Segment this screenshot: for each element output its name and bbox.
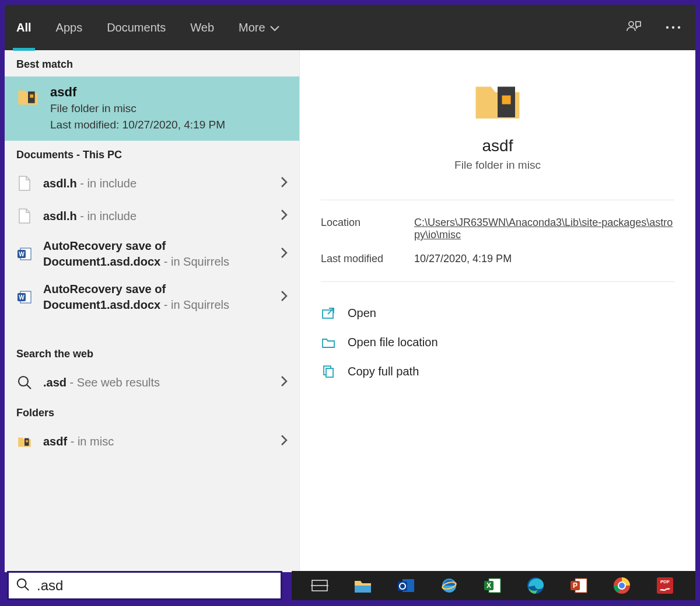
chevron-right-icon (281, 247, 288, 262)
svg-rect-15 (26, 440, 28, 443)
open-icon (321, 305, 336, 321)
result-name: asdf (43, 435, 67, 448)
result-location: - in Squirrels (160, 255, 229, 268)
chevron-right-icon (281, 290, 288, 305)
copy-icon (321, 364, 336, 379)
word-icon: W (16, 289, 33, 305)
result-name: asdl.h (43, 177, 77, 190)
svg-text:W: W (19, 251, 24, 257)
result-name: .asd (43, 376, 66, 389)
action-open-location[interactable]: Open file location (321, 328, 674, 357)
svg-point-21 (18, 579, 26, 588)
result-location: - in Squirrels (160, 298, 229, 311)
taskbar: X P PDF (292, 571, 695, 600)
svg-rect-20 (326, 368, 333, 377)
svg-text:P: P (573, 581, 578, 590)
svg-point-0 (629, 22, 634, 26)
tab-bar: All Apps Documents Web More (5, 5, 695, 50)
file-explorer-icon[interactable] (352, 575, 373, 596)
tab-more-label: More (239, 21, 265, 34)
result-name: AutoRecovery save of Document1.asd.docx (43, 283, 166, 311)
svg-text:PDF: PDF (660, 579, 670, 584)
chevron-right-icon (281, 375, 288, 390)
svg-rect-5 (30, 95, 33, 98)
preview-panel: asdf File folder in misc Location C:\Use… (299, 50, 695, 572)
word-icon: W (16, 246, 33, 262)
result-folder[interactable]: asdf - in misc (5, 425, 299, 458)
chevron-right-icon (281, 209, 288, 224)
preview-subtitle: File folder in misc (312, 159, 684, 172)
tab-documents[interactable]: Documents (107, 7, 166, 48)
result-location: - See web results (66, 376, 160, 389)
svg-text:X: X (487, 581, 491, 590)
tab-all[interactable]: All (16, 7, 32, 48)
pdf-icon[interactable]: PDF (654, 575, 676, 596)
tab-more[interactable]: More (239, 7, 279, 48)
folder-open-icon (321, 335, 336, 350)
folder-icon (16, 85, 40, 108)
result-document-4[interactable]: W AutoRecovery save of Document1.asd.doc… (5, 276, 299, 319)
action-open-location-label: Open file location (348, 336, 438, 349)
outlook-icon[interactable] (396, 575, 416, 596)
internet-explorer-icon[interactable] (439, 575, 460, 596)
search-box[interactable] (7, 571, 282, 600)
search-icon (16, 374, 33, 391)
tab-web[interactable]: Web (190, 7, 214, 48)
result-location: - in include (77, 210, 136, 222)
divider (321, 281, 674, 282)
section-folders: Folders (5, 399, 299, 425)
svg-point-40 (619, 583, 625, 588)
chevron-right-icon (281, 176, 288, 191)
section-documents: Documents - This PC (5, 141, 299, 167)
folder-icon (16, 433, 33, 450)
result-location: - in misc (67, 435, 114, 448)
preview-title: asdf (312, 137, 684, 155)
best-match-item[interactable]: asdf File folder in misc Last modified: … (5, 76, 299, 141)
action-copy-path-label: Copy full path (348, 365, 419, 378)
preview-folder-icon (471, 74, 524, 126)
chevron-down-icon (270, 21, 279, 34)
modified-value: 10/27/2020, 4:19 PM (414, 253, 674, 265)
section-best-match: Best match (5, 50, 299, 76)
svg-line-22 (25, 587, 29, 590)
chevron-right-icon (281, 434, 288, 449)
result-document-3[interactable]: W AutoRecovery save of Document1.asd.doc… (5, 232, 299, 276)
chrome-icon[interactable] (611, 575, 632, 596)
svg-point-1 (666, 26, 668, 29)
svg-text:W: W (19, 294, 24, 301)
excel-icon[interactable]: X (482, 575, 503, 596)
action-copy-path[interactable]: Copy full path (321, 357, 674, 386)
file-icon (16, 175, 33, 191)
result-document-1[interactable]: asdl.h - in include (5, 167, 299, 200)
divider (321, 200, 674, 200)
powerpoint-icon[interactable]: P (568, 575, 589, 596)
results-panel: Best match asdf File folder in misc Last… (5, 50, 299, 572)
action-open[interactable]: Open (321, 298, 674, 328)
ellipsis-icon[interactable] (665, 25, 681, 30)
section-search-web: Search the web (5, 340, 299, 366)
tab-apps[interactable]: Apps (56, 7, 83, 48)
file-icon (16, 208, 33, 224)
svg-point-2 (672, 26, 674, 29)
result-document-2[interactable]: asdl.h - in include (5, 200, 299, 232)
search-input[interactable] (37, 577, 274, 594)
svg-point-3 (678, 26, 680, 29)
result-name: asdl.h (43, 210, 77, 222)
search-icon (16, 577, 30, 594)
modified-label: Last modified (321, 253, 414, 265)
best-match-modified: Last modified: 10/27/2020, 4:19 PM (50, 119, 225, 131)
svg-point-12 (19, 377, 28, 386)
location-label: Location (321, 217, 414, 241)
edge-icon[interactable] (525, 575, 546, 596)
feedback-icon[interactable] (625, 19, 642, 36)
svg-line-13 (27, 385, 31, 389)
best-match-subtitle: File folder in misc (50, 102, 225, 115)
result-location: - in include (77, 177, 136, 190)
svg-rect-17 (502, 96, 511, 105)
task-view-icon[interactable] (309, 575, 330, 596)
svg-rect-25 (355, 586, 371, 593)
best-match-title: asdf (50, 85, 225, 100)
result-web[interactable]: .asd - See web results (5, 366, 299, 399)
search-window: All Apps Documents Web More Best match (5, 5, 695, 572)
location-value[interactable]: C:\Users\JR635WN\Anaconda3\Lib\site-pack… (414, 217, 674, 241)
